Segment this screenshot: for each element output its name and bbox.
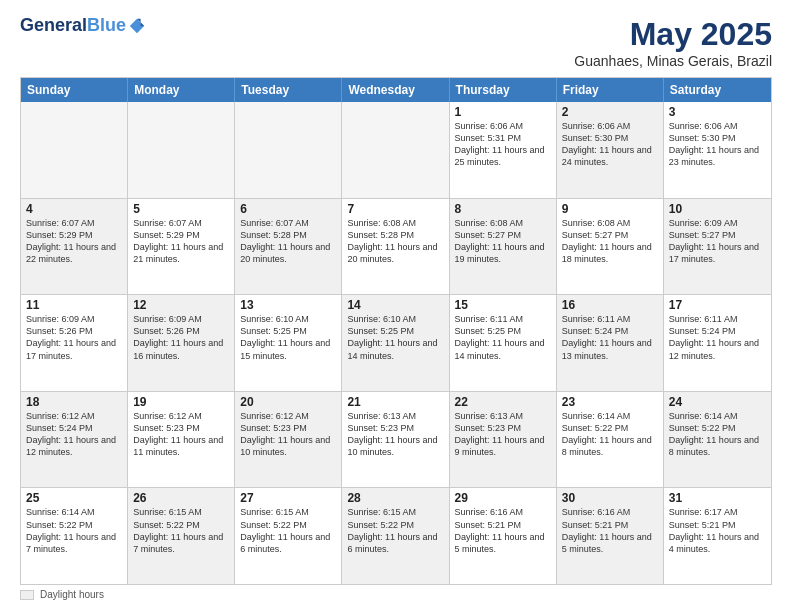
calendar-body: 1Sunrise: 6:06 AM Sunset: 5:31 PM Daylig… (21, 102, 771, 584)
day-number: 11 (26, 298, 122, 312)
calendar-header: SundayMondayTuesdayWednesdayThursdayFrid… (21, 78, 771, 102)
calendar-day-26: 26Sunrise: 6:15 AM Sunset: 5:22 PM Dayli… (128, 488, 235, 584)
day-info: Sunrise: 6:08 AM Sunset: 5:28 PM Dayligh… (347, 217, 443, 266)
legend-swatch (20, 590, 34, 600)
calendar-day-5: 5Sunrise: 6:07 AM Sunset: 5:29 PM Daylig… (128, 199, 235, 295)
calendar-day-31: 31Sunrise: 6:17 AM Sunset: 5:21 PM Dayli… (664, 488, 771, 584)
day-number: 23 (562, 395, 658, 409)
day-info: Sunrise: 6:08 AM Sunset: 5:27 PM Dayligh… (455, 217, 551, 266)
day-number: 30 (562, 491, 658, 505)
day-number: 2 (562, 105, 658, 119)
calendar-day-4: 4Sunrise: 6:07 AM Sunset: 5:29 PM Daylig… (21, 199, 128, 295)
day-info: Sunrise: 6:10 AM Sunset: 5:25 PM Dayligh… (347, 313, 443, 362)
calendar: SundayMondayTuesdayWednesdayThursdayFrid… (20, 77, 772, 585)
weekday-header-tuesday: Tuesday (235, 78, 342, 102)
logo-blue: Blue (87, 15, 126, 35)
calendar-day-28: 28Sunrise: 6:15 AM Sunset: 5:22 PM Dayli… (342, 488, 449, 584)
calendar-day-10: 10Sunrise: 6:09 AM Sunset: 5:27 PM Dayli… (664, 199, 771, 295)
day-info: Sunrise: 6:16 AM Sunset: 5:21 PM Dayligh… (562, 506, 658, 555)
day-number: 19 (133, 395, 229, 409)
calendar-empty-cell (342, 102, 449, 198)
calendar-day-8: 8Sunrise: 6:08 AM Sunset: 5:27 PM Daylig… (450, 199, 557, 295)
logo-icon (128, 17, 146, 35)
calendar-day-15: 15Sunrise: 6:11 AM Sunset: 5:25 PM Dayli… (450, 295, 557, 391)
calendar-day-19: 19Sunrise: 6:12 AM Sunset: 5:23 PM Dayli… (128, 392, 235, 488)
day-number: 17 (669, 298, 766, 312)
page: GeneralBlue May 2025 Guanhaes, Minas Ger… (0, 0, 792, 612)
day-info: Sunrise: 6:07 AM Sunset: 5:29 PM Dayligh… (26, 217, 122, 266)
day-info: Sunrise: 6:10 AM Sunset: 5:25 PM Dayligh… (240, 313, 336, 362)
calendar-day-25: 25Sunrise: 6:14 AM Sunset: 5:22 PM Dayli… (21, 488, 128, 584)
day-info: Sunrise: 6:17 AM Sunset: 5:21 PM Dayligh… (669, 506, 766, 555)
calendar-empty-cell (128, 102, 235, 198)
calendar-day-9: 9Sunrise: 6:08 AM Sunset: 5:27 PM Daylig… (557, 199, 664, 295)
calendar-day-24: 24Sunrise: 6:14 AM Sunset: 5:22 PM Dayli… (664, 392, 771, 488)
day-info: Sunrise: 6:11 AM Sunset: 5:25 PM Dayligh… (455, 313, 551, 362)
day-info: Sunrise: 6:08 AM Sunset: 5:27 PM Dayligh… (562, 217, 658, 266)
day-info: Sunrise: 6:16 AM Sunset: 5:21 PM Dayligh… (455, 506, 551, 555)
calendar-row-2: 4Sunrise: 6:07 AM Sunset: 5:29 PM Daylig… (21, 199, 771, 296)
legend-label: Daylight hours (40, 589, 104, 600)
day-info: Sunrise: 6:12 AM Sunset: 5:24 PM Dayligh… (26, 410, 122, 459)
day-number: 3 (669, 105, 766, 119)
day-info: Sunrise: 6:13 AM Sunset: 5:23 PM Dayligh… (455, 410, 551, 459)
day-info: Sunrise: 6:06 AM Sunset: 5:30 PM Dayligh… (562, 120, 658, 169)
calendar-row-5: 25Sunrise: 6:14 AM Sunset: 5:22 PM Dayli… (21, 488, 771, 584)
day-number: 29 (455, 491, 551, 505)
calendar-day-2: 2Sunrise: 6:06 AM Sunset: 5:30 PM Daylig… (557, 102, 664, 198)
day-number: 5 (133, 202, 229, 216)
header: GeneralBlue May 2025 Guanhaes, Minas Ger… (20, 16, 772, 69)
day-info: Sunrise: 6:11 AM Sunset: 5:24 PM Dayligh… (669, 313, 766, 362)
calendar-day-23: 23Sunrise: 6:14 AM Sunset: 5:22 PM Dayli… (557, 392, 664, 488)
day-number: 24 (669, 395, 766, 409)
day-info: Sunrise: 6:07 AM Sunset: 5:29 PM Dayligh… (133, 217, 229, 266)
day-number: 7 (347, 202, 443, 216)
weekday-header-saturday: Saturday (664, 78, 771, 102)
day-info: Sunrise: 6:09 AM Sunset: 5:26 PM Dayligh… (133, 313, 229, 362)
weekday-header-friday: Friday (557, 78, 664, 102)
calendar-day-12: 12Sunrise: 6:09 AM Sunset: 5:26 PM Dayli… (128, 295, 235, 391)
day-info: Sunrise: 6:14 AM Sunset: 5:22 PM Dayligh… (26, 506, 122, 555)
day-number: 20 (240, 395, 336, 409)
calendar-day-29: 29Sunrise: 6:16 AM Sunset: 5:21 PM Dayli… (450, 488, 557, 584)
calendar-day-27: 27Sunrise: 6:15 AM Sunset: 5:22 PM Dayli… (235, 488, 342, 584)
title-block: May 2025 Guanhaes, Minas Gerais, Brazil (574, 16, 772, 69)
calendar-day-21: 21Sunrise: 6:13 AM Sunset: 5:23 PM Dayli… (342, 392, 449, 488)
day-info: Sunrise: 6:15 AM Sunset: 5:22 PM Dayligh… (240, 506, 336, 555)
day-number: 28 (347, 491, 443, 505)
day-number: 13 (240, 298, 336, 312)
day-number: 27 (240, 491, 336, 505)
day-number: 9 (562, 202, 658, 216)
calendar-day-7: 7Sunrise: 6:08 AM Sunset: 5:28 PM Daylig… (342, 199, 449, 295)
calendar-day-22: 22Sunrise: 6:13 AM Sunset: 5:23 PM Dayli… (450, 392, 557, 488)
day-number: 25 (26, 491, 122, 505)
calendar-day-16: 16Sunrise: 6:11 AM Sunset: 5:24 PM Dayli… (557, 295, 664, 391)
day-number: 18 (26, 395, 122, 409)
legend: Daylight hours (20, 589, 772, 600)
day-info: Sunrise: 6:14 AM Sunset: 5:22 PM Dayligh… (669, 410, 766, 459)
day-info: Sunrise: 6:07 AM Sunset: 5:28 PM Dayligh… (240, 217, 336, 266)
calendar-day-30: 30Sunrise: 6:16 AM Sunset: 5:21 PM Dayli… (557, 488, 664, 584)
day-info: Sunrise: 6:06 AM Sunset: 5:31 PM Dayligh… (455, 120, 551, 169)
calendar-row-4: 18Sunrise: 6:12 AM Sunset: 5:24 PM Dayli… (21, 392, 771, 489)
day-info: Sunrise: 6:06 AM Sunset: 5:30 PM Dayligh… (669, 120, 766, 169)
calendar-row-3: 11Sunrise: 6:09 AM Sunset: 5:26 PM Dayli… (21, 295, 771, 392)
day-number: 6 (240, 202, 336, 216)
calendar-empty-cell (21, 102, 128, 198)
day-number: 26 (133, 491, 229, 505)
weekday-header-thursday: Thursday (450, 78, 557, 102)
day-info: Sunrise: 6:09 AM Sunset: 5:26 PM Dayligh… (26, 313, 122, 362)
day-number: 8 (455, 202, 551, 216)
day-info: Sunrise: 6:11 AM Sunset: 5:24 PM Dayligh… (562, 313, 658, 362)
day-number: 10 (669, 202, 766, 216)
day-number: 14 (347, 298, 443, 312)
day-number: 21 (347, 395, 443, 409)
weekday-header-sunday: Sunday (21, 78, 128, 102)
day-info: Sunrise: 6:12 AM Sunset: 5:23 PM Dayligh… (240, 410, 336, 459)
calendar-day-18: 18Sunrise: 6:12 AM Sunset: 5:24 PM Dayli… (21, 392, 128, 488)
location: Guanhaes, Minas Gerais, Brazil (574, 53, 772, 69)
day-number: 12 (133, 298, 229, 312)
day-number: 1 (455, 105, 551, 119)
calendar-day-1: 1Sunrise: 6:06 AM Sunset: 5:31 PM Daylig… (450, 102, 557, 198)
calendar-day-13: 13Sunrise: 6:10 AM Sunset: 5:25 PM Dayli… (235, 295, 342, 391)
